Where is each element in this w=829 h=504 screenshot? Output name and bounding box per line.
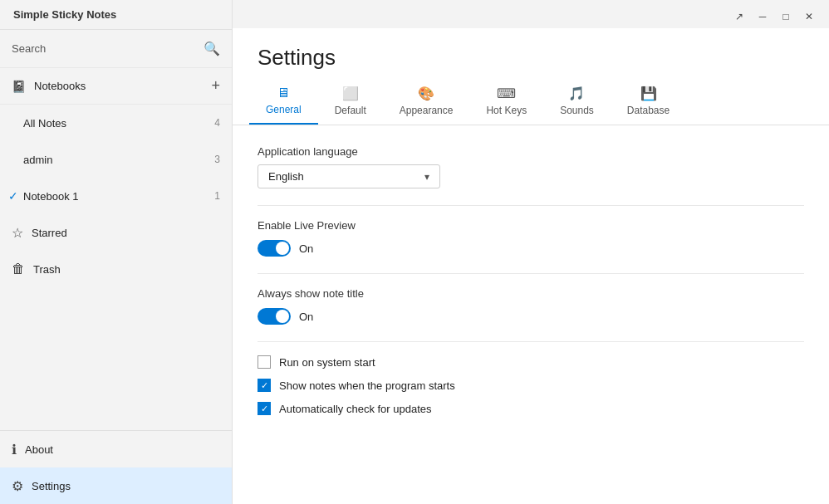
tab-general[interactable]: 🖥 General <box>249 79 318 125</box>
sidebar-item-all-notes[interactable]: All Notes 4 <box>0 105 232 141</box>
close-button[interactable]: ✕ <box>797 5 821 28</box>
language-value: English <box>268 170 424 183</box>
settings-icon: ⚙ <box>12 478 23 494</box>
note-title-toggle[interactable] <box>258 308 291 325</box>
sidebar-item-about[interactable]: ℹ About <box>0 431 232 467</box>
tab-hotkeys-label: Hot Keys <box>486 105 527 116</box>
tab-sounds-label: Sounds <box>560 105 594 116</box>
tab-appearance-label: Appearance <box>400 105 454 116</box>
run-on-start-label: Run on system start <box>279 356 375 369</box>
settings-label: Settings <box>32 480 220 492</box>
all-notes-count: 4 <box>214 117 220 129</box>
notebook-icon: 📓 <box>12 80 26 93</box>
sidebar-item-notebook1[interactable]: ✓ Notebook 1 1 <box>0 178 232 214</box>
tab-general-icon: 🖥 <box>277 86 290 100</box>
note-title-label: Always show note title <box>258 287 804 300</box>
page-title: Settings <box>258 45 336 71</box>
window-controls: ↗ ─ □ ✕ <box>233 0 829 28</box>
live-preview-on-label: On <box>299 242 313 255</box>
chevron-down-icon: ▾ <box>424 171 429 183</box>
auto-check-row: ✓ Automatically check for updates <box>258 402 804 415</box>
search-icon[interactable]: 🔍 <box>204 41 220 56</box>
language-dropdown[interactable]: English ▾ <box>258 164 440 188</box>
main-header: Settings <box>233 28 829 79</box>
divider-1 <box>258 205 804 206</box>
tab-general-label: General <box>266 104 302 115</box>
search-row[interactable]: Search 🔍 <box>0 30 232 68</box>
note-title-on-label: On <box>299 311 313 323</box>
settings-content: Application language English ▾ Enable Li… <box>233 125 829 504</box>
live-preview-label: Enable Live Preview <box>258 219 804 232</box>
sidebar-item-admin[interactable]: admin 3 <box>0 141 232 178</box>
tab-sounds-icon: 🎵 <box>568 86 585 101</box>
trash-label: Trash <box>33 263 220 276</box>
divider-3 <box>258 341 804 342</box>
trash-icon: 🗑 <box>12 262 25 276</box>
sidebar-item-trash[interactable]: 🗑 Trash <box>0 251 232 287</box>
tab-database-label: Database <box>627 105 670 116</box>
settings-tabs: 🖥 General ⬜ Default 🎨 Appearance ⌨ Hot K… <box>233 79 829 125</box>
sidebar: Simple Sticky Notes Search 🔍 📓 Notebooks… <box>0 0 233 504</box>
notebook1-count: 1 <box>214 190 220 202</box>
add-notebook-button[interactable]: + <box>211 77 220 95</box>
notebooks-label: Notebooks <box>34 80 211 92</box>
language-section: Application language English ▾ <box>258 145 804 188</box>
minimize-button[interactable]: ─ <box>751 5 774 28</box>
search-label: Search <box>12 42 204 55</box>
tab-hotkeys[interactable]: ⌨ Hot Keys <box>469 79 543 125</box>
run-on-start-row: Run on system start <box>258 355 804 369</box>
admin-label: admin <box>23 154 214 166</box>
main-content: ↗ ─ □ ✕ Settings 🖥 General ⬜ Default 🎨 A… <box>233 0 829 504</box>
main-panel: Settings 🖥 General ⬜ Default 🎨 Appearanc… <box>233 28 829 504</box>
sidebar-item-starred[interactable]: ☆ Starred <box>0 214 232 251</box>
app-title: Simple Sticky Notes <box>0 0 232 30</box>
show-notes-checkbox[interactable]: ✓ <box>258 379 271 392</box>
notebooks-row[interactable]: 📓 Notebooks + <box>0 68 232 105</box>
sidebar-item-settings[interactable]: ⚙ Settings <box>0 467 232 504</box>
auto-check-checkbox[interactable]: ✓ <box>258 402 271 415</box>
tab-database[interactable]: 💾 Database <box>611 79 686 125</box>
tab-appearance[interactable]: 🎨 Appearance <box>383 79 470 125</box>
sidebar-bottom: ℹ About ⚙ Settings <box>0 430 232 504</box>
live-preview-section: Enable Live Preview On <box>258 219 804 257</box>
show-notes-label: Show notes when the program starts <box>279 379 455 392</box>
language-label: Application language <box>258 145 804 158</box>
tab-sounds[interactable]: 🎵 Sounds <box>543 79 611 125</box>
tab-hotkeys-icon: ⌨ <box>497 86 516 101</box>
star-icon: ☆ <box>12 225 23 241</box>
tab-database-icon: 💾 <box>640 86 657 101</box>
auto-check-label: Automatically check for updates <box>279 403 432 415</box>
all-notes-label: All Notes <box>23 117 214 130</box>
notebook1-label: Notebook 1 <box>23 190 214 203</box>
divider-2 <box>258 273 804 274</box>
live-preview-toggle-row: On <box>258 240 804 257</box>
about-label: About <box>25 443 220 456</box>
info-icon: ℹ <box>12 442 17 458</box>
starred-label: Starred <box>32 227 220 239</box>
show-notes-row: ✓ Show notes when the program starts <box>258 379 804 392</box>
run-on-start-checkbox[interactable] <box>258 355 271 369</box>
live-preview-toggle[interactable] <box>258 240 291 257</box>
admin-count: 3 <box>214 154 220 165</box>
tab-default-icon: ⬜ <box>342 86 359 101</box>
tab-default-label: Default <box>335 105 366 116</box>
tab-appearance-icon: 🎨 <box>418 86 434 101</box>
tab-default[interactable]: ⬜ Default <box>318 79 383 125</box>
maximize-button[interactable]: □ <box>774 5 797 28</box>
note-title-section: Always show note title On <box>258 287 804 325</box>
note-title-toggle-row: On <box>258 308 804 325</box>
check-icon: ✓ <box>8 189 18 203</box>
back-button[interactable]: ↗ <box>728 5 751 28</box>
